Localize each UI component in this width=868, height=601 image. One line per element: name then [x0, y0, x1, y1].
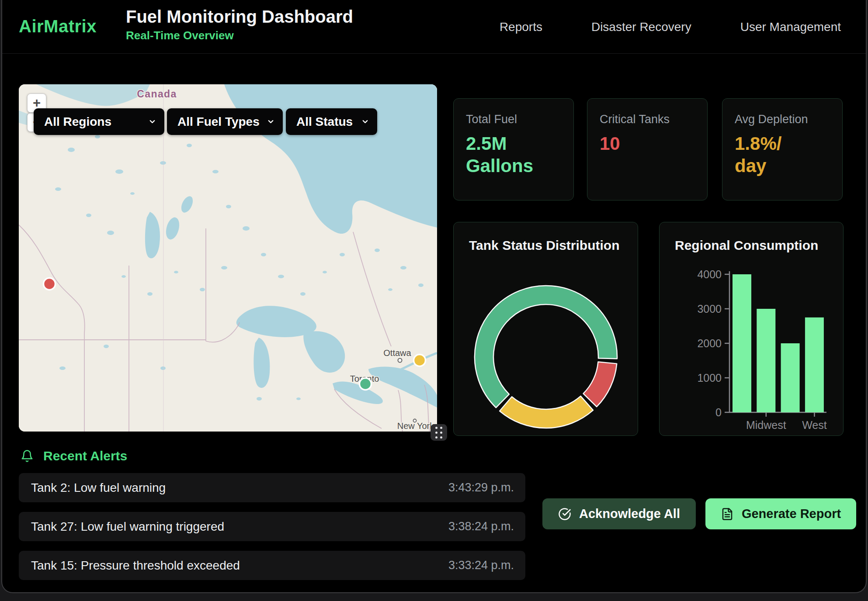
page-subtitle: Real-Time Overview [126, 29, 353, 42]
stat-label: Avg Depletion [735, 113, 830, 126]
y-tick-label: 4000 [697, 268, 722, 280]
map-marker-warning[interactable] [414, 355, 426, 366]
alert-time: 3:33:24 p.m. [448, 559, 514, 572]
alert-row[interactable]: Tank 2: Low fuel warning 3:43:29 p.m. [19, 473, 525, 502]
tank-status-card: Tank Status Distribution [453, 222, 638, 436]
alert-message: Tank 2: Low fuel warning [31, 481, 166, 495]
stat-card-avg-depletion: Avg Depletion 1.8%/ day [722, 98, 843, 200]
nav-user-management[interactable]: User Management [740, 20, 841, 34]
regional-consumption-card: Regional Consumption 01000200030004000Mi… [659, 222, 844, 436]
donut-chart-title: Tank Status Distribution [469, 238, 619, 253]
title-block: Fuel Monitoring Dashboard Real-Time Over… [126, 7, 353, 42]
y-tick-label: 2000 [697, 337, 722, 349]
map-marker-normal[interactable] [360, 378, 372, 390]
map-label-canada: Canada [137, 88, 177, 100]
alert-message: Tank 27: Low fuel warning triggered [31, 520, 224, 534]
map-panel: Canada Ottawa Toronto New York − + All R… [19, 84, 437, 432]
chevron-down-icon [148, 117, 156, 126]
y-tick-label: 1000 [697, 372, 722, 384]
bar[interactable] [805, 318, 824, 412]
alert-message: Tank 15: Pressure threshold exceeded [31, 559, 240, 573]
page-title: Fuel Monitoring Dashboard [126, 7, 353, 27]
generate-report-button[interactable]: Generate Report [705, 498, 856, 529]
nav-disaster-recovery[interactable]: Disaster Recovery [591, 20, 691, 34]
map-label-ottawa: Ottawa [383, 348, 411, 358]
bar[interactable] [757, 309, 775, 412]
bar[interactable] [781, 343, 800, 412]
fuel-type-filter-value: All Fuel Types [177, 115, 260, 129]
nav-reports[interactable]: Reports [500, 20, 542, 34]
stat-card-total-fuel: Total Fuel 2.5M Gallons [453, 98, 574, 200]
status-filter-value: All Status [296, 115, 353, 129]
map-resize-handle[interactable] [431, 424, 447, 441]
generate-report-label: Generate Report [742, 507, 841, 521]
region-filter-value: All Regions [44, 115, 111, 129]
map-marker-critical[interactable] [44, 278, 56, 290]
x-tick-label: West [802, 419, 827, 431]
map-label-new-york: New York [397, 421, 434, 431]
y-tick-label: 0 [715, 406, 722, 418]
brand-logo[interactable]: AirMatrix [19, 17, 97, 36]
donut-segment-critical[interactable] [583, 362, 617, 407]
stat-value: 10 [600, 132, 695, 155]
recent-alerts-title: Recent Alerts [43, 449, 127, 463]
stat-label: Critical Tanks [600, 113, 695, 126]
acknowledge-all-label: Acknowledge All [579, 507, 680, 521]
alert-time: 3:38:24 p.m. [448, 520, 514, 533]
region-filter-select[interactable]: All Regions [34, 108, 164, 135]
acknowledge-all-button[interactable]: Acknowledge All [542, 498, 696, 529]
alert-row[interactable]: Tank 27: Low fuel warning triggered 3:38… [19, 512, 525, 541]
map-dot-ottawa [398, 359, 402, 363]
stat-card-critical-tanks: Critical Tanks 10 [587, 98, 708, 200]
fuel-type-filter-select[interactable]: All Fuel Types [167, 108, 283, 135]
alert-time: 3:43:29 p.m. [448, 481, 514, 494]
bell-icon [21, 449, 34, 463]
y-tick-label: 3000 [697, 303, 722, 315]
stat-value: 2.5M Gallons [466, 132, 561, 177]
tank-status-donut[interactable] [472, 283, 619, 430]
top-bar: AirMatrix Fuel Monitoring Dashboard Real… [2, 0, 866, 54]
x-tick-label: Midwest [746, 419, 786, 431]
regional-consumption-plot[interactable]: 01000200030004000MidwestWest [660, 222, 844, 436]
recent-alerts-header: Recent Alerts [21, 449, 127, 463]
chevron-down-icon [267, 117, 275, 126]
main-nav: Reports Disaster Recovery User Managemen… [500, 0, 841, 54]
donut-segment-warning[interactable] [500, 396, 593, 428]
stat-value: 1.8%/ day [735, 132, 830, 177]
dashboard-frame: AirMatrix Fuel Monitoring Dashboard Real… [1, 0, 867, 593]
status-filter-select[interactable]: All Status [286, 108, 377, 135]
file-text-icon [721, 508, 734, 521]
alert-row[interactable]: Tank 15: Pressure threshold exceeded 3:3… [19, 551, 525, 580]
map-canvas[interactable]: Canada Ottawa Toronto New York [19, 84, 437, 432]
chevron-down-icon [361, 117, 369, 126]
bar[interactable] [733, 274, 751, 412]
check-circle-icon [558, 508, 571, 521]
stat-label: Total Fuel [466, 113, 561, 126]
